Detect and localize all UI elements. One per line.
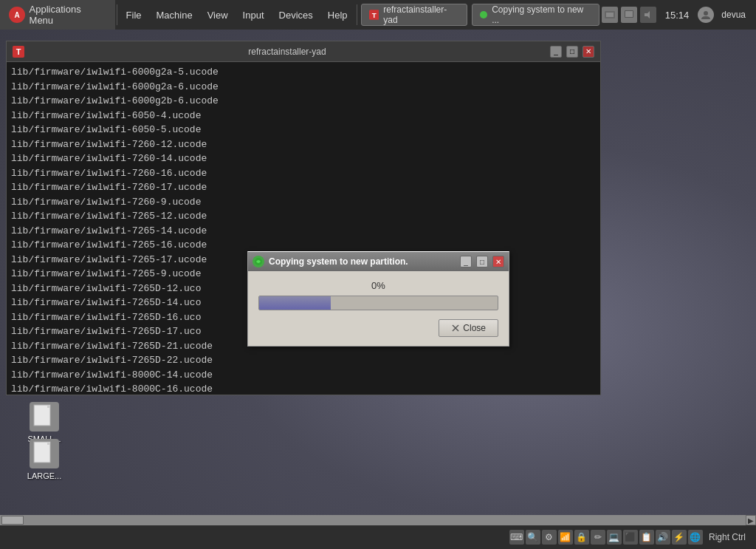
terminal-line: lib/firmware/iwlwifi-6000g2a-5.ucode xyxy=(11,65,596,80)
terminal-line: lib/firmware/iwlwifi-8000C-16.ucode xyxy=(11,382,596,395)
applications-menu-button[interactable]: A Applications Menu xyxy=(0,0,115,30)
terminal-line: lib/firmware/iwlwifi-7265-12.ucode xyxy=(11,209,596,224)
terminal-line: lib/firmware/iwlwifi-7265-14.ucode xyxy=(11,224,596,239)
svg-point-9 xyxy=(704,11,708,16)
progress-task-label: Copying system to new ... xyxy=(492,4,591,25)
dialog-body: 0% Close xyxy=(248,271,509,346)
horizontal-scrollbar[interactable]: ▶ xyxy=(0,515,756,525)
terminal-window-icon: T xyxy=(13,46,24,58)
app-menu-label: Applications Menu xyxy=(30,4,106,26)
svg-rect-7 xyxy=(625,11,633,17)
close-button-icon xyxy=(451,324,460,333)
terminal-task-button[interactable]: T refractainstaller-yad xyxy=(361,4,468,26)
system-tray: ⌨ 🔍 ⚙ 📶 🔒 ✏ 💻 ⬛ 📋 🔊 ⚡ 🌐 Right Ctrl xyxy=(509,530,756,545)
terminal-task-icon: T xyxy=(369,10,379,20)
tray-icon-3[interactable] xyxy=(640,7,656,23)
sound-icon xyxy=(642,10,654,20)
network-icon xyxy=(604,10,616,20)
help-menu[interactable]: Help xyxy=(320,0,355,30)
progress-dot-icon xyxy=(480,11,487,18)
desktop-icon-large-label: LARGE... xyxy=(27,471,61,480)
taskbar-right: 15:14 devua xyxy=(602,7,756,23)
svg-marker-17 xyxy=(47,405,50,408)
tray-bottom-icon-3[interactable]: ⚙ xyxy=(542,530,557,545)
svg-rect-18 xyxy=(34,442,50,463)
tray-bottom-icon-10[interactable]: 🔊 xyxy=(656,530,670,545)
tray-bottom-icon-6[interactable]: ✏ xyxy=(591,530,605,545)
taskbar-top: A Applications Menu File Machine View In… xyxy=(0,0,756,30)
terminal-title: refractainstaller-yad xyxy=(29,47,546,57)
dialog-leaf-icon xyxy=(254,257,263,266)
svg-rect-15 xyxy=(34,405,50,426)
input-menu[interactable]: Input xyxy=(236,0,272,30)
progress-percent-label: 0% xyxy=(258,280,498,291)
tray-bottom-icon-2[interactable]: 🔍 xyxy=(526,530,540,545)
devices-menu[interactable]: Devices xyxy=(272,0,320,30)
machine-menu[interactable]: Machine xyxy=(149,0,200,30)
dialog-title-text: Copying system to new partition. xyxy=(269,256,456,267)
terminal-line: lib/firmware/iwlwifi-7260-14.ucode xyxy=(11,151,596,166)
dialog-close-button[interactable]: Close xyxy=(439,319,498,337)
tray-bottom-icon-8[interactable]: ⬛ xyxy=(623,530,638,545)
tray-bottom-icon-7[interactable]: 💻 xyxy=(607,530,622,545)
terminal-minimize-button[interactable]: _ xyxy=(550,46,562,58)
svg-text:T: T xyxy=(371,11,376,19)
view-menu[interactable]: View xyxy=(200,0,236,30)
terminal-close-button[interactable]: ✕ xyxy=(583,46,594,58)
scrollbar-thumb[interactable] xyxy=(1,516,24,525)
user-icon xyxy=(700,9,712,21)
svg-marker-20 xyxy=(47,442,50,445)
terminal-line: lib/firmware/iwlwifi-6000g2b-6.ucode xyxy=(11,94,596,109)
taskbar-divider-1 xyxy=(117,4,117,25)
progress-dialog: Copying system to new partition. _ □ ✕ 0… xyxy=(247,251,509,347)
display-icon xyxy=(623,10,635,20)
scrollbar-right-button[interactable]: ▶ xyxy=(746,515,756,525)
progress-task-button[interactable]: Copying system to new ... xyxy=(472,4,599,26)
desktop-icon-large-image xyxy=(30,439,59,468)
terminal-line: lib/firmware/iwlwifi-7265-16.ucode xyxy=(11,238,596,253)
tray-bottom-icon-9[interactable]: 📋 xyxy=(639,530,654,545)
terminal-line: lib/firmware/iwlwifi-6000g2a-6.ucode xyxy=(11,80,596,95)
tray-icon-1[interactable] xyxy=(602,7,618,23)
terminal-task-label: refractainstaller-yad xyxy=(383,4,459,25)
terminal-line: lib/firmware/iwlwifi-6050-5.ucode xyxy=(11,123,596,137)
terminal-line: lib/firmware/iwlwifi-7260-16.ucode xyxy=(11,166,596,181)
dialog-close-x-button[interactable]: ✕ xyxy=(492,256,504,267)
tray-bottom-icon-1[interactable]: ⌨ xyxy=(509,530,524,545)
terminal-line: lib/firmware/iwlwifi-7260-12.ucode xyxy=(11,137,596,152)
tray-bottom-icon-5[interactable]: 🔒 xyxy=(574,530,589,545)
tray-bottom-icon-12[interactable]: 🌐 xyxy=(688,530,703,545)
file-menu[interactable]: File xyxy=(119,0,149,30)
small-file-icon xyxy=(32,403,56,430)
desktop-icon-large[interactable]: LARGE... xyxy=(15,436,74,483)
progress-bar-container xyxy=(258,296,498,310)
terminal-titlebar: T refractainstaller-yad _ □ ✕ xyxy=(7,41,600,62)
dialog-minimize-button[interactable]: _ xyxy=(460,256,472,267)
app-menu-icon: A xyxy=(9,7,25,23)
svg-text:T: T xyxy=(16,47,21,56)
taskbar-divider-2 xyxy=(357,4,357,25)
progress-bar-fill xyxy=(259,296,331,310)
terminal-line: lib/firmware/iwlwifi-7265D-22.ucode xyxy=(11,353,596,368)
desktop-icon-small-image xyxy=(30,402,59,432)
terminal-line: lib/firmware/iwlwifi-7260-9.ucode xyxy=(11,195,596,210)
terminal-line: lib/firmware/iwlwifi-8000C-14.ucode xyxy=(11,368,596,383)
dialog-maximize-button[interactable]: □ xyxy=(476,256,488,267)
large-file-icon xyxy=(32,440,56,467)
tray-icon-2[interactable] xyxy=(621,7,637,23)
terminal-line: lib/firmware/iwlwifi-6050-4.ucode xyxy=(11,109,596,123)
dialog-buttons: Close xyxy=(258,319,498,337)
terminal-line: lib/firmware/iwlwifi-7260-17.ucode xyxy=(11,180,596,195)
taskbar-bottom: ⌨ 🔍 ⚙ 📶 🔒 ✏ 💻 ⬛ 📋 🔊 ⚡ 🌐 Right Ctrl xyxy=(0,525,756,549)
dialog-icon xyxy=(252,256,264,267)
terminal-maximize-button[interactable]: □ xyxy=(566,46,578,58)
tray-bottom-icon-11[interactable]: ⚡ xyxy=(672,530,687,545)
user-avatar[interactable] xyxy=(698,7,714,23)
svg-rect-5 xyxy=(606,13,614,17)
close-button-label: Close xyxy=(463,323,486,333)
clock-display: 15:14 xyxy=(659,10,695,21)
user-label[interactable]: devua xyxy=(717,10,750,20)
dialog-titlebar: Copying system to new partition. _ □ ✕ xyxy=(248,252,509,271)
tray-bottom-icon-4[interactable]: 📶 xyxy=(558,530,573,545)
right-ctrl-label: Right Ctrl xyxy=(704,532,750,542)
